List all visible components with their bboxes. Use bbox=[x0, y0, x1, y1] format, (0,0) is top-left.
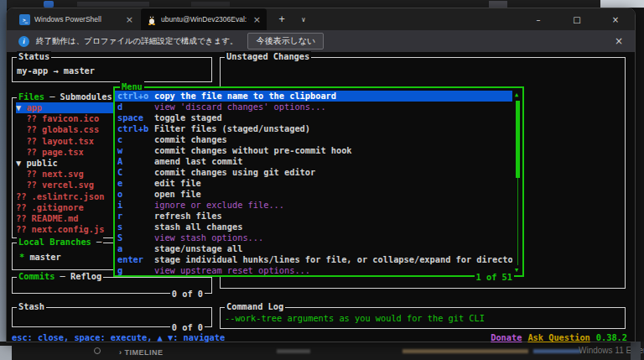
menu-item[interactable]: Sview stash options... bbox=[115, 232, 512, 243]
donate-link[interactable]: Donate bbox=[491, 332, 522, 342]
tab-close-icon[interactable]: × bbox=[253, 15, 261, 24]
menu-item-key: o bbox=[115, 189, 154, 200]
terminal-content: Status my-app → master Unstaged Changes … bbox=[7, 52, 635, 342]
background-top-window bbox=[7, 0, 644, 8]
menu-item-label: amend last commit bbox=[154, 156, 242, 167]
menu-item-label: refresh files bbox=[154, 211, 222, 222]
scroll-up-icon[interactable]: ▲ bbox=[515, 92, 518, 98]
background-blurred-text bbox=[277, 349, 310, 353]
command-log-panel[interactable]: Command Log --work-tree arguments as you… bbox=[220, 307, 626, 329]
menu-item[interactable]: ctrl+ocopy the file name to the clipboar… bbox=[115, 91, 512, 102]
menu-item[interactable]: ccommit changes bbox=[115, 134, 512, 145]
background-title-block bbox=[191, 2, 230, 7]
menu-item-label: stash all changes bbox=[154, 222, 242, 232]
linux-tux-icon bbox=[147, 13, 157, 25]
menu-item-label: toggle staged bbox=[154, 112, 222, 123]
panel-title: Command Log bbox=[225, 301, 285, 312]
tab-close-icon[interactable]: × bbox=[126, 15, 133, 24]
menu-item-key: C bbox=[115, 167, 154, 178]
menu-item-label: commit changes without pre-commit hook bbox=[154, 145, 352, 156]
menu-item-label: stage individual hunks/lines for file, o… bbox=[154, 254, 512, 265]
window-controls: – □ × bbox=[519, 8, 635, 30]
titlebar[interactable]: >_ Windows PowerShell × ubuntu@WinDev230… bbox=[7, 8, 635, 30]
menu-item-key: ctrl+o bbox=[115, 91, 154, 102]
new-tab-button[interactable]: + bbox=[272, 8, 292, 30]
background-vscode-window: › TIMELINE Windows 11 Enterprise bbox=[0, 342, 644, 360]
keybar-links: Donate Ask Question 0.38.2 bbox=[491, 332, 627, 342]
menu-items: ctrl+ocopy the file name to the clipboar… bbox=[115, 91, 512, 276]
keybind-hints: esc: close, space: execute, ▲ ▼: navigat… bbox=[12, 332, 225, 342]
tab-ubuntu-wsl[interactable]: ubuntu@WinDev2306Eval: ~/m × bbox=[141, 8, 267, 30]
panel-title: Status bbox=[17, 51, 51, 62]
menu-item-label: edit file bbox=[154, 178, 201, 189]
menu-item-key: A bbox=[115, 156, 154, 167]
menu-item-label: ignore or exclude file... bbox=[154, 200, 284, 211]
menu-item-key: ctrl+b bbox=[115, 123, 154, 134]
menu-item-key: e bbox=[115, 178, 154, 189]
powershell-icon: >_ bbox=[19, 14, 30, 25]
timeline-section-label: › TIMELINE bbox=[119, 348, 164, 357]
menu-item[interactable]: wcommit changes without pre-commit hook bbox=[115, 145, 512, 156]
menu-item[interactable]: spacetoggle staged bbox=[115, 112, 512, 123]
tab-windows-powershell[interactable]: >_ Windows PowerShell × bbox=[13, 8, 139, 30]
menu-item-key: s bbox=[115, 222, 154, 232]
stash-panel[interactable]: Stash 0 of 0 bbox=[12, 307, 212, 327]
menu-item-label: view stash options... bbox=[154, 232, 263, 243]
windows-terminal-window: >_ Windows PowerShell × ubuntu@WinDev230… bbox=[7, 8, 635, 342]
menu-item-label: view upstream reset options... bbox=[154, 265, 310, 276]
menu-item[interactable]: Ccommit changes using git editor bbox=[115, 167, 512, 178]
background-scrollbar bbox=[600, 0, 644, 8]
menu-item-label: commit changes using git editor bbox=[154, 167, 315, 178]
menu-counter: 1 of 51 bbox=[475, 272, 514, 282]
dont-show-again-button[interactable]: 今後表示しない bbox=[247, 33, 324, 50]
menu-item-key: g bbox=[115, 265, 154, 276]
menu-item-key: c bbox=[115, 134, 154, 145]
menu-item[interactable]: oopen file bbox=[115, 189, 512, 200]
menu-item[interactable]: gview upstream reset options... bbox=[115, 265, 512, 276]
close-button[interactable]: × bbox=[596, 8, 635, 30]
menu-item-key: a bbox=[115, 243, 154, 254]
menu-item[interactable]: dview 'discard changes' options... bbox=[115, 102, 512, 112]
menu-item[interactable]: enterstage individual hunks/lines for fi… bbox=[115, 254, 512, 265]
menu-item-key: r bbox=[115, 211, 154, 222]
menu-item-key: i bbox=[115, 200, 154, 211]
desktop: › TIMELINE Windows 11 Enterprise >_ Wind… bbox=[0, 0, 644, 360]
ask-question-link[interactable]: Ask Question bbox=[527, 332, 589, 342]
minimize-button[interactable]: – bbox=[519, 8, 558, 30]
keybind-bar: esc: close, space: execute, ▲ ▼: navigat… bbox=[12, 332, 627, 342]
menu-item[interactable]: eedit file bbox=[115, 178, 512, 189]
menu-item[interactable]: Aamend last commit bbox=[115, 156, 512, 167]
commits-panel[interactable]: Commits ─ Reflog 0 of 0 bbox=[12, 277, 212, 294]
menu-scrollbar[interactable]: ▲ ▼ bbox=[515, 90, 522, 274]
menu-popup: Menu ctrl+ocopy the file name to the cli… bbox=[113, 86, 524, 277]
tab-title: ubuntu@WinDev2306Eval: ~/m bbox=[161, 15, 249, 23]
info-icon: i bbox=[18, 36, 29, 47]
menu-item-key: d bbox=[115, 102, 154, 112]
commits-counter: 0 of 0 bbox=[170, 289, 205, 299]
background-title-block bbox=[77, 2, 149, 7]
menu-item[interactable]: rrefresh files bbox=[115, 211, 512, 222]
status-panel[interactable]: Status my-app → master bbox=[12, 57, 212, 82]
menu-item[interactable]: astage/unstage all bbox=[115, 243, 512, 254]
panel-title: Local Branches ─ bbox=[17, 237, 103, 248]
menu-item-label: view 'discard changes' options... bbox=[154, 102, 326, 112]
background-blurred-code bbox=[402, 349, 528, 353]
background-title-block bbox=[489, 1, 507, 8]
scrollbar-thumb[interactable] bbox=[516, 101, 520, 178]
maximize-button[interactable]: □ bbox=[558, 8, 596, 30]
menu-item[interactable]: iignore or exclude file... bbox=[115, 200, 512, 211]
menu-item-label: open file bbox=[154, 189, 201, 200]
scroll-down-icon[interactable]: ▼ bbox=[515, 268, 518, 274]
notification-close-icon[interactable]: × bbox=[615, 35, 623, 47]
menu-item[interactable]: sstash all changes bbox=[115, 222, 512, 232]
notification-message: 終了動作は、プロファイルの詳細設定で構成できます。 bbox=[36, 36, 237, 47]
menu-item-label: Filter files (staged/unstaged) bbox=[154, 123, 310, 134]
menu-item[interactable]: ctrl+bFilter files (staged/unstaged) bbox=[115, 123, 512, 134]
panel-title: Files ─ Submodules bbox=[17, 91, 114, 102]
tab-title: Windows PowerShell bbox=[34, 15, 122, 23]
tab-dropdown-button[interactable]: ∨ bbox=[293, 8, 314, 30]
menu-item-label: stage/unstage all bbox=[154, 243, 242, 254]
menu-item-key: enter bbox=[115, 254, 154, 265]
menu-item-key: S bbox=[115, 232, 154, 243]
menu-item-label: copy the file name to the clipboard bbox=[154, 91, 336, 102]
